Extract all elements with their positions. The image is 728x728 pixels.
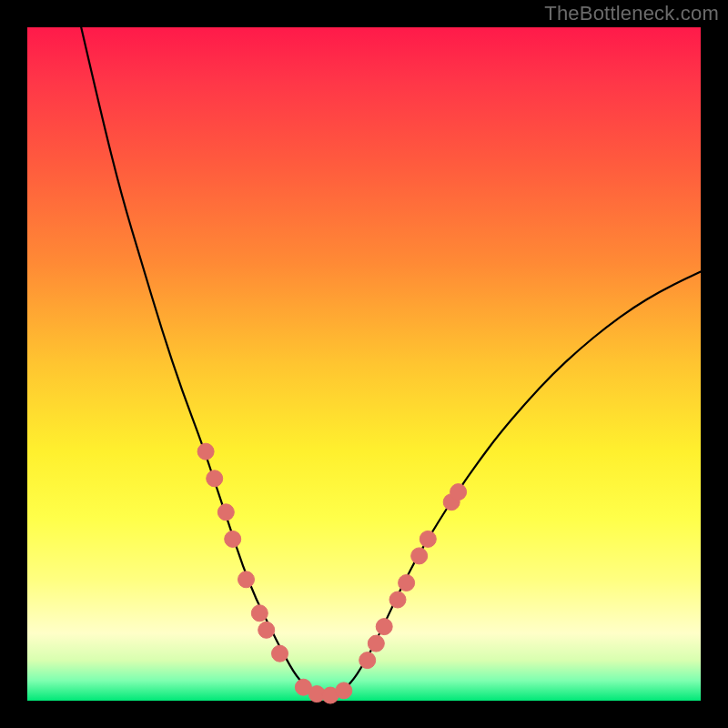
- chart-svg: [27, 27, 701, 701]
- data-dot: [368, 635, 384, 652]
- data-dot: [359, 652, 376, 669]
- chart-frame: TheBottleneck.com: [0, 0, 728, 728]
- data-dot: [420, 531, 436, 547]
- data-dot: [411, 548, 428, 564]
- data-dot: [376, 619, 392, 635]
- data-dot: [272, 645, 288, 662]
- data-dot: [238, 571, 255, 588]
- plot-area: [27, 27, 701, 701]
- data-dot: [399, 575, 415, 592]
- data-dot: [336, 682, 352, 699]
- data-dot: [450, 484, 467, 500]
- data-dot: [197, 443, 214, 460]
- data-dot: [225, 531, 241, 547]
- watermark-text: TheBottleneck.com: [544, 2, 719, 25]
- data-dot: [217, 504, 234, 521]
- data-dot: [258, 622, 275, 638]
- data-dot: [207, 470, 223, 487]
- data-dots: [197, 443, 466, 703]
- data-dot: [251, 605, 268, 622]
- data-dot: [389, 592, 406, 608]
